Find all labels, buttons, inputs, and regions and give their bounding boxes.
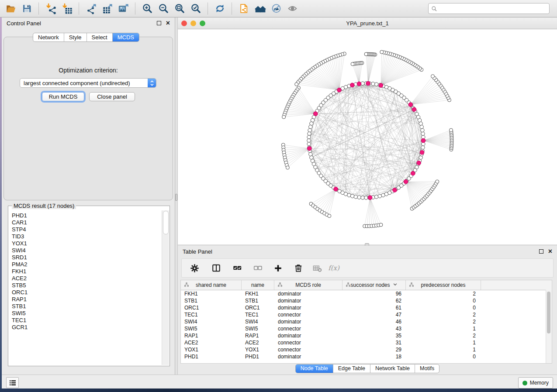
import-network-button[interactable] bbox=[43, 2, 59, 16]
close-panel-icon[interactable]: × bbox=[166, 21, 170, 26]
table-row[interactable]: FKH1FKH1dominator962 bbox=[181, 290, 552, 297]
mcds-result-item[interactable]: PMA2 bbox=[12, 261, 162, 268]
mcds-result-item[interactable]: STB5 bbox=[12, 282, 162, 289]
mcds-list-scrollbar[interactable] bbox=[162, 210, 169, 365]
search-input[interactable] bbox=[437, 5, 547, 12]
table-cell: 1 bbox=[406, 347, 481, 353]
table-cell: RAP1 bbox=[181, 333, 242, 339]
table-cell: ORC1 bbox=[181, 305, 242, 311]
eye-crossed-icon bbox=[271, 3, 282, 14]
export-table-button[interactable] bbox=[99, 2, 115, 16]
network-window-titlebar[interactable]: YPA_prune.txt_1 bbox=[178, 17, 557, 29]
zoom-selected-button[interactable] bbox=[188, 2, 204, 16]
table-scrollbar[interactable] bbox=[546, 290, 552, 363]
table-cell: SWI5 bbox=[181, 326, 242, 332]
task-list-button[interactable] bbox=[6, 377, 19, 388]
mcds-result-item[interactable]: GCR1 bbox=[12, 324, 162, 331]
table-row[interactable]: SWI4SWI4dominator462 bbox=[181, 318, 552, 325]
import-table-button[interactable] bbox=[59, 2, 75, 16]
delete-row-icon bbox=[294, 263, 303, 273]
zoom-in-button[interactable] bbox=[139, 2, 156, 16]
mcds-result-item[interactable]: ACE2 bbox=[12, 275, 162, 282]
column-header-shared-name[interactable]: shared name bbox=[181, 280, 242, 290]
eye-crossed-button[interactable] bbox=[268, 2, 284, 16]
mcds-result-item[interactable]: YOX1 bbox=[12, 240, 162, 247]
close-panel-button[interactable]: Close panel bbox=[89, 92, 135, 101]
table-cell: 2 bbox=[406, 319, 481, 325]
mcds-result-item[interactable]: TEC1 bbox=[12, 317, 162, 324]
table-row[interactable]: RAP1RAP1dominator352 bbox=[181, 332, 552, 339]
network-file-button[interactable] bbox=[236, 2, 252, 16]
table-row[interactable]: ACE2ACE2connector311 bbox=[181, 339, 552, 346]
mcds-result-item[interactable]: PHD1 bbox=[12, 212, 162, 219]
tab-style[interactable]: Style bbox=[64, 33, 87, 41]
tab-select[interactable]: Select bbox=[87, 33, 113, 41]
eye-button[interactable] bbox=[284, 2, 301, 16]
mcds-result-item[interactable]: STP4 bbox=[12, 226, 162, 233]
table-row[interactable]: PHD1PHD1dominator180 bbox=[181, 353, 552, 360]
network-canvas[interactable] bbox=[178, 29, 557, 244]
mcds-result-item[interactable]: SWI5 bbox=[12, 310, 162, 317]
tab-network-table[interactable]: Network Table bbox=[370, 364, 415, 373]
vertical-splitter[interactable] bbox=[175, 17, 178, 375]
save-session-button[interactable] bbox=[19, 2, 35, 16]
close-panel-icon[interactable]: × bbox=[548, 249, 552, 254]
home-button[interactable] bbox=[252, 2, 268, 16]
mcds-result-item[interactable]: SWI4 bbox=[12, 247, 162, 254]
search-box[interactable] bbox=[428, 3, 550, 14]
export-image-button[interactable] bbox=[115, 2, 131, 16]
mcds-result-item[interactable]: ORC1 bbox=[12, 289, 162, 296]
toolbar-separator bbox=[38, 3, 39, 14]
table-row[interactable]: SWI5SWI5connector431 bbox=[181, 325, 552, 332]
mcds-result-item[interactable]: RAP1 bbox=[12, 296, 162, 303]
table-row[interactable]: YOX1YOX1connector291 bbox=[181, 346, 552, 353]
toggle-columns-button[interactable] bbox=[210, 261, 223, 275]
zoom-fit-button[interactable] bbox=[172, 2, 188, 16]
tab-node-table[interactable]: Node Table bbox=[296, 364, 333, 373]
import-network-icon bbox=[45, 3, 57, 14]
tab-edge-table[interactable]: Edge Table bbox=[333, 364, 370, 373]
mcds-result-item[interactable]: SRD1 bbox=[12, 254, 162, 261]
table-scrollbar-thumb[interactable] bbox=[547, 292, 550, 334]
network-graph[interactable] bbox=[178, 29, 557, 244]
open-session-icon bbox=[5, 3, 17, 14]
column-header-name[interactable]: name bbox=[242, 280, 274, 290]
mcds-result-item[interactable]: STB1 bbox=[12, 303, 162, 310]
zoom-fit-icon bbox=[174, 3, 185, 14]
table-row[interactable]: STB1STB1dominator620 bbox=[181, 297, 552, 304]
select-all-button[interactable] bbox=[231, 261, 244, 275]
table-cell: 0 bbox=[406, 298, 481, 304]
float-window-icon[interactable] bbox=[539, 249, 543, 254]
add-row-button[interactable] bbox=[271, 261, 284, 275]
export-table-icon bbox=[102, 3, 113, 14]
column-header-MCDS-role[interactable]: MCDS role bbox=[274, 280, 343, 290]
criterion-dropdown[interactable]: largest connected component (undirected) bbox=[20, 78, 156, 88]
table-cell: RAP1 bbox=[242, 333, 274, 339]
table-header-row: shared namenameMCDS rolesuccessor nodesp… bbox=[181, 280, 552, 290]
run-mcds-button[interactable]: Run MCDS bbox=[42, 92, 84, 101]
export-network-button[interactable] bbox=[83, 2, 99, 16]
column-header-predecessor-nodes[interactable]: predecessor nodes bbox=[406, 280, 481, 290]
deselect-all-button[interactable] bbox=[251, 261, 264, 275]
mcds-result-item[interactable]: FKH1 bbox=[12, 268, 162, 275]
open-session-button[interactable] bbox=[3, 2, 19, 16]
memory-button[interactable]: Memory bbox=[518, 377, 553, 389]
mcds-scrollbar-thumb[interactable] bbox=[163, 211, 169, 234]
mcds-result-item[interactable]: CAR1 bbox=[12, 219, 162, 226]
apply-layout-button[interactable] bbox=[212, 2, 228, 16]
table-row[interactable]: ORC1ORC1dominator610 bbox=[181, 304, 552, 311]
list-icon bbox=[9, 380, 16, 386]
delete-row-button[interactable] bbox=[292, 261, 305, 275]
tab-network[interactable]: Network bbox=[33, 33, 64, 41]
column-header-successor-nodes[interactable]: successor nodes bbox=[343, 280, 406, 290]
table-row[interactable]: TEC1TEC1connector472 bbox=[181, 311, 552, 318]
criterion-value: largest connected component (undirected) bbox=[24, 80, 130, 86]
tab-motifs[interactable]: Motifs bbox=[415, 364, 439, 373]
settings-gear-button[interactable] bbox=[188, 261, 201, 275]
vertical-splitter-handle[interactable] bbox=[175, 194, 177, 201]
zoom-out-button[interactable] bbox=[156, 2, 172, 16]
table-cell: 0 bbox=[406, 354, 481, 360]
float-window-icon[interactable] bbox=[157, 21, 161, 25]
mcds-result-item[interactable]: TID3 bbox=[12, 233, 162, 240]
tab-mcds[interactable]: MCDS bbox=[113, 33, 139, 41]
